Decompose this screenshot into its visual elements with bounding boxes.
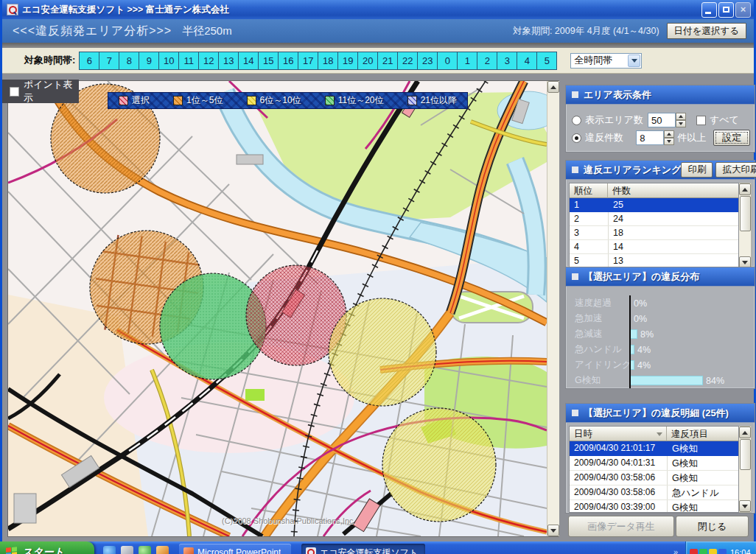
time-slot-button[interactable]: 17 xyxy=(298,52,318,70)
details-col-item[interactable]: 違反項目 xyxy=(667,427,738,441)
arrow-down-icon xyxy=(550,529,556,533)
time-slot-button[interactable]: 3 xyxy=(497,52,517,70)
date-select-button[interactable]: 日付を選択する xyxy=(667,23,746,39)
ranking-row[interactable]: 125 xyxy=(570,198,738,212)
start-button[interactable]: スタート xyxy=(0,541,94,554)
time-slot-button[interactable]: 23 xyxy=(417,52,438,70)
tray-icon[interactable] xyxy=(699,549,707,554)
time-slot-button[interactable]: 12 xyxy=(198,52,219,70)
time-slot-button[interactable]: 19 xyxy=(337,52,358,70)
details-row[interactable]: 2009/04/30 04:01:31G検知 xyxy=(570,456,738,471)
time-slot-button[interactable]: 2 xyxy=(477,52,497,70)
legend-item: 6位～10位 xyxy=(247,94,301,107)
scrollbar-thumb[interactable] xyxy=(740,439,751,470)
tray-icon[interactable] xyxy=(690,549,698,554)
quick-launch-folder-icon[interactable] xyxy=(156,546,169,554)
details-row[interactable]: 2009/04/30 03:39:00G検知 xyxy=(570,500,738,513)
ranking-col-rank[interactable]: 順位 xyxy=(570,183,608,198)
enlarge-print-button[interactable]: 拡大印刷 xyxy=(715,162,756,178)
scroll-up-button[interactable] xyxy=(739,427,751,438)
quick-launch-browser-icon[interactable] xyxy=(103,546,116,554)
violation-count-radio[interactable] xyxy=(572,133,581,143)
time-slot-button[interactable]: 22 xyxy=(397,52,418,70)
display-area-spinner[interactable]: 50 xyxy=(648,113,686,127)
chart-bar-row: 急ハンドル4% xyxy=(575,342,755,357)
map-viewport[interactable]: (C)2008 Shobunsha Publications,Inc. xyxy=(7,80,559,537)
dropdown-arrow-button[interactable] xyxy=(628,55,640,67)
map-vertical-scrollbar[interactable] xyxy=(547,81,559,536)
point-display-toggle[interactable]: ポイント表示 xyxy=(2,80,79,103)
time-slot-button[interactable]: 4 xyxy=(517,52,537,70)
task-button-eco-app[interactable]: エコ安全運転支援ソフト xyxy=(301,544,425,554)
task-button-powerpoint[interactable]: Microsoft PowerPoint xyxy=(179,544,291,554)
time-slot-button[interactable]: 0 xyxy=(437,52,458,70)
settings-button[interactable]: 設定 xyxy=(713,130,750,146)
ranking-col-count[interactable]: 件数 xyxy=(608,183,738,198)
time-slot-button[interactable]: 20 xyxy=(357,52,378,70)
details-scrollbar[interactable] xyxy=(739,426,752,513)
chart-value-label: 0% xyxy=(634,314,647,324)
time-band-dropdown[interactable]: 全時間帯 xyxy=(570,53,642,69)
time-slot-button[interactable]: 13 xyxy=(218,52,239,70)
legend-label: 21位以降 xyxy=(421,94,457,107)
chart-category-label: 急ハンドル xyxy=(575,343,629,356)
restore-button[interactable] xyxy=(718,2,734,18)
time-slot-button[interactable]: 16 xyxy=(278,52,298,70)
time-slot-button[interactable]: 11 xyxy=(178,52,199,70)
ranking-row[interactable]: 414 xyxy=(570,240,738,254)
details-col-datetime[interactable]: 日時 xyxy=(570,427,667,441)
ranking-table[interactable]: 順位 件数 125224318414513 xyxy=(569,183,739,269)
minimize-button[interactable] xyxy=(701,2,717,18)
spinner-down-button[interactable] xyxy=(676,120,686,127)
scroll-down-button[interactable] xyxy=(547,525,559,536)
time-slot-button[interactable]: 6 xyxy=(79,52,99,70)
panel-bullet-icon xyxy=(572,273,578,280)
point-display-checkbox[interactable] xyxy=(10,87,19,97)
image-replay-button[interactable]: 画像データ再生 xyxy=(568,516,674,537)
time-slot-button[interactable]: 9 xyxy=(139,52,159,70)
close-dialog-button[interactable]: 閉じる xyxy=(676,516,749,537)
quick-launch-desktop-icon[interactable] xyxy=(121,546,133,554)
ranking-row[interactable]: 224 xyxy=(570,212,738,226)
ranking-row[interactable]: 318 xyxy=(570,226,738,240)
scrollbar-thumb[interactable] xyxy=(740,196,751,231)
ranking-scrollbar[interactable] xyxy=(739,183,752,269)
all-checkbox[interactable] xyxy=(696,116,706,125)
time-slot-button[interactable]: 21 xyxy=(377,52,398,70)
violation-count-spinner[interactable]: 8 xyxy=(636,130,674,145)
time-slot-button[interactable]: 18 xyxy=(318,52,338,70)
point-display-label: ポイント表示 xyxy=(24,78,79,105)
scroll-up-button[interactable] xyxy=(547,81,559,93)
display-area-radio[interactable] xyxy=(572,116,581,125)
details-row[interactable]: 2009/04/30 03:58:06G検知 xyxy=(570,471,738,485)
time-slot-button[interactable]: 8 xyxy=(119,52,139,70)
map-canvas[interactable]: (C)2008 Shobunsha Publications,Inc. xyxy=(8,81,547,536)
details-row[interactable]: 2009/04/30 21:01:17G検知 xyxy=(570,441,738,456)
scroll-up-button[interactable] xyxy=(739,183,751,195)
details-row[interactable]: 2009/04/30 03:58:06急ハンドル xyxy=(570,485,738,500)
time-slot-button[interactable]: 7 xyxy=(99,52,119,70)
time-slot-button[interactable]: 1 xyxy=(457,52,477,70)
quick-launch-app-icon[interactable] xyxy=(139,546,151,554)
time-slot-button[interactable]: 15 xyxy=(258,52,279,70)
tray-icon[interactable] xyxy=(709,549,717,554)
time-slot-button[interactable]: 5 xyxy=(536,52,557,70)
panel-bullet-icon xyxy=(572,410,578,416)
map-image[interactable] xyxy=(8,81,547,536)
time-slot-buttons: 67891011121314151617181920212223012345 xyxy=(80,52,557,70)
time-slot-button[interactable]: 10 xyxy=(158,52,179,70)
count-suffix-label: 件以上 xyxy=(677,131,706,144)
print-button[interactable]: 印刷 xyxy=(681,162,713,178)
scroll-down-button[interactable] xyxy=(739,500,751,512)
tray-icon[interactable] xyxy=(718,549,727,554)
close-button[interactable]: × xyxy=(735,2,751,18)
details-table[interactable]: 日時 違反項目 2009/04/30 21:01:17G検知2009/04/30… xyxy=(569,426,739,513)
side-panel: エリア表示条件 表示エリア数 50 すべて xyxy=(565,74,755,541)
spinner-down-button[interactable] xyxy=(664,138,674,145)
time-slot-button[interactable]: 14 xyxy=(238,52,259,70)
spinner-up-button[interactable] xyxy=(676,113,686,120)
spinner-up-button[interactable] xyxy=(664,130,674,138)
close-icon: × xyxy=(736,4,750,15)
legend-swatch-icon xyxy=(407,96,417,105)
taskbar-overflow-icon[interactable]: » xyxy=(673,547,678,554)
